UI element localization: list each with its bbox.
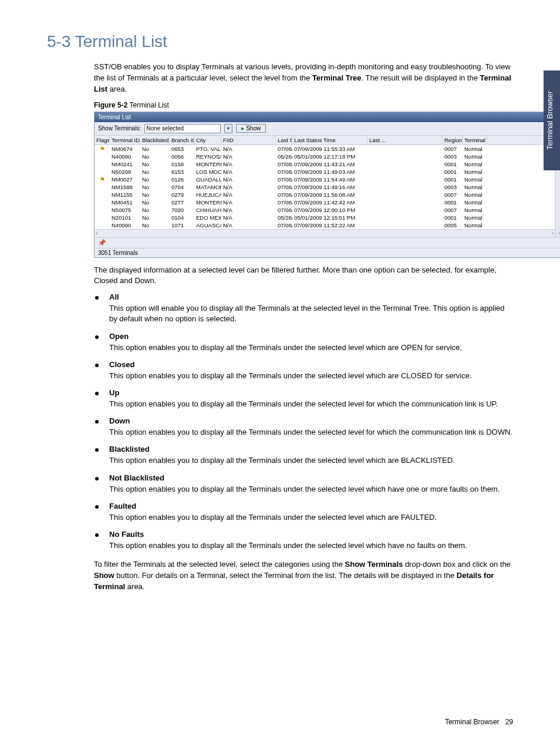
cell: No [140, 191, 170, 199]
section-title: 5-3 Terminal List [47, 32, 513, 51]
cell [487, 156, 528, 157]
cell: Normal [463, 221, 487, 229]
table-row[interactable]: NM1155No0279HUEJUCARN/A07/08/2009 8:07:0… [95, 191, 555, 199]
cell [487, 224, 528, 226]
cell: N/A [221, 176, 276, 183]
show-button[interactable]: Show [236, 124, 266, 133]
col-branch-id[interactable]: Branch ID [170, 136, 194, 145]
table-row[interactable]: ⚑NM0674No0653PTO. VALLARTAN/A07/08/2009 … [95, 145, 555, 153]
table-row[interactable]: NM1588No0704MATAMOROSN/A07/08/2009 2:07:… [95, 183, 555, 191]
cell [528, 148, 537, 149]
closing-b1: Show Terminals [345, 560, 403, 569]
col-flags[interactable]: Flags [95, 136, 110, 145]
col-fiid[interactable]: FIID [221, 136, 276, 145]
table-row[interactable]: NM0241No0158MONTERREYN/A07/08/2009 8:07:… [95, 160, 555, 168]
cell [95, 217, 110, 218]
cell: 0126 [170, 176, 194, 183]
scroll-right-icon[interactable]: › [552, 230, 554, 236]
cell: N/A [221, 145, 276, 153]
table-row[interactable]: ⚑NM0027No0126GUADALUPEN/A07/08/2009 8:07… [95, 176, 555, 183]
cell: 07/08/2009 8:07:00 AM [276, 176, 292, 183]
cell: 07/09/2009 12:00:10 PM [292, 206, 367, 214]
show-terminals-dropdown[interactable]: None selected [144, 124, 221, 133]
option-description: This option enables you to display all t… [109, 455, 513, 466]
cell [528, 217, 537, 218]
cell: 05/28/2009 11:05:00 AM [276, 153, 292, 160]
cell: LOS MOCHIS [194, 168, 221, 176]
cell [487, 179, 528, 180]
col-blacklisted[interactable]: Blacklisted [140, 136, 170, 145]
options-list: AllThis option will enable you to displa… [94, 293, 513, 551]
cell: HUEJUCAR [194, 191, 221, 199]
cell [367, 194, 443, 195]
col-last[interactable]: Last ... [367, 136, 443, 145]
cell: No [140, 206, 170, 214]
cell: N/A [221, 221, 276, 229]
cell [95, 156, 110, 157]
col-priority[interactable]: Terminal Priori [463, 136, 487, 145]
horizontal-scrollbar[interactable]: ‹ › [95, 229, 555, 237]
scroll-left-icon[interactable]: ‹ [96, 230, 97, 236]
cell: 0001 [443, 176, 463, 183]
flag-icon: ⚑ [100, 176, 105, 183]
table-row[interactable]: N40090No1071AGUASCALIENTEN/A07/08/2009 1… [95, 221, 555, 229]
cell: MATAMOROS [194, 183, 221, 191]
cell: 07/08/2009 8:07:00 AM [276, 191, 292, 199]
screenshot-count: 3051 Terminals [95, 248, 560, 257]
page-footer: Terminal Browser 29 [445, 718, 513, 726]
bullet-icon [95, 364, 99, 367]
terminal-list-screenshot: Terminal List Show Terminals: None selec… [94, 112, 560, 258]
cell: 07/08/2009 8:07:00 AM [276, 160, 292, 168]
col-last-status[interactable]: Last Status Time [292, 136, 367, 145]
col-region[interactable]: Region [443, 136, 463, 145]
closing-paragraph: To filter the Terminals at the selected … [94, 559, 513, 593]
cell [367, 171, 443, 172]
intro-bold-1: Terminal Tree [312, 73, 362, 82]
cell: 07/08/2009 8:07:00 AM [276, 199, 292, 206]
flag-icon: ⚑ [100, 146, 105, 152]
col-terminal-id[interactable]: Terminal ID [110, 136, 140, 145]
cell: NM0241 [110, 160, 140, 168]
cell: 05/28/2009 5:05:00 PM [276, 214, 292, 221]
table-row[interactable]: N40090No0056REYNOSAN/A05/28/2009 11:05:0… [95, 153, 555, 160]
cell [487, 171, 528, 172]
option-label: Open [109, 332, 129, 341]
cell [95, 224, 110, 226]
pin-icon[interactable]: 📌 [98, 239, 106, 247]
cell [487, 194, 528, 195]
cell: N/A [221, 206, 276, 214]
cell: 0001 [443, 160, 463, 168]
cell: EDO MEX [194, 214, 221, 221]
cell: No [140, 183, 170, 191]
table-row[interactable]: N50075No7020CHIHUAHUAN/A07/08/2009 2:07:… [95, 206, 555, 214]
cell [487, 163, 528, 164]
table-row[interactable]: N20101No0104EDO MEXN/A05/28/2009 5:05:00… [95, 214, 555, 221]
cell: 0001 [443, 168, 463, 176]
list-item: DownThis option enables you to display a… [94, 416, 513, 438]
cell: 0001 [443, 214, 463, 221]
option-description: This option enables you to display all t… [109, 484, 513, 495]
cell: N50075 [110, 206, 140, 214]
closing-t2: drop-down box and click on the [403, 560, 511, 569]
cell: 07/08/2009 9:07:00 AM [276, 145, 292, 153]
scroll-down-icon[interactable]: ˅ [555, 232, 560, 237]
cell: N50298 [110, 168, 140, 176]
cell: No [140, 168, 170, 176]
list-item: UpThis option enables you to display all… [94, 388, 513, 409]
cell: 0104 [170, 214, 194, 221]
cell: No [140, 160, 170, 168]
table-row[interactable]: NM0451No0277MONTERREYN/A07/08/2009 8:07:… [95, 199, 555, 206]
dropdown-arrow-icon[interactable]: ▾ [224, 124, 232, 133]
screenshot-footer: 📌 [95, 237, 560, 248]
col-city[interactable]: City [194, 136, 221, 145]
table-row[interactable]: N50298No8153LOS MOCHISN/A07/08/2009 3:07… [95, 168, 555, 176]
cell: N/A [221, 214, 276, 221]
option-label: Faulted [109, 502, 136, 510]
cell: NM1588 [110, 183, 140, 191]
sidebar-tab: Terminal Browser [544, 70, 560, 170]
cell: 0001 [443, 199, 463, 206]
cell: Normal [463, 199, 487, 206]
col-last-settlement[interactable]: Last Settlement Time [276, 136, 292, 145]
show-terminals-label: Show Terminals: [98, 125, 141, 132]
cell: 8153 [170, 168, 194, 176]
